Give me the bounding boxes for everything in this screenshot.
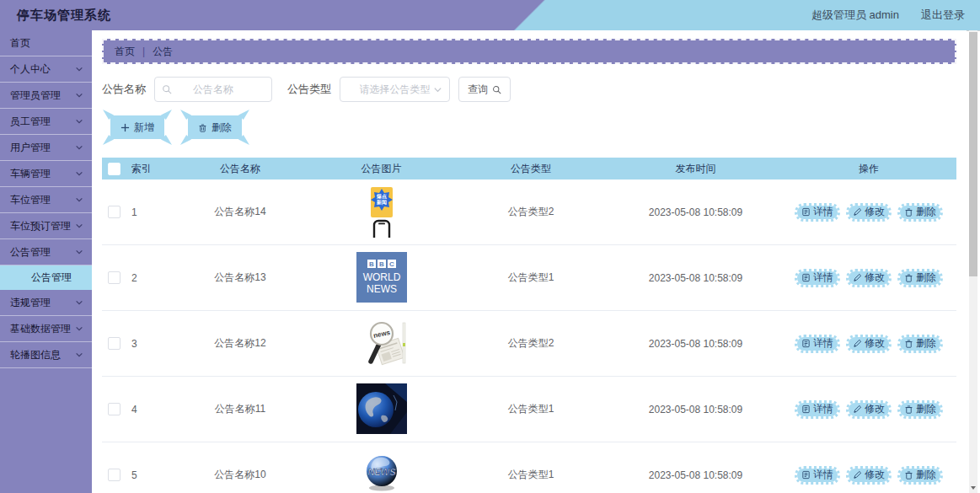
sidebar-item[interactable]: 轮播图信息: [0, 342, 92, 368]
detail-button-label: 详情: [813, 336, 833, 351]
announcement-image: news: [356, 318, 407, 369]
sidebar-item[interactable]: 公告管理: [0, 239, 92, 265]
announcement-image: [356, 383, 407, 435]
svg-text:C: C: [389, 260, 394, 268]
logout-link[interactable]: 退出登录: [921, 8, 965, 23]
row-time: 2023-05-08 10:58:09: [610, 272, 781, 284]
row-name: 公告名称13: [169, 271, 311, 285]
row-checkbox[interactable]: [108, 469, 120, 481]
table-header-cell: 操作: [781, 162, 956, 176]
plus-icon: [120, 123, 130, 132]
edit-button[interactable]: 修改: [846, 269, 892, 287]
row-delete-button[interactable]: 删除: [897, 400, 943, 419]
name-filter-label: 公告名称: [102, 82, 146, 97]
detail-button[interactable]: 详情: [795, 466, 840, 485]
row-checkbox[interactable]: [108, 337, 120, 350]
add-button[interactable]: 新增: [110, 115, 164, 139]
row-delete-button-label: 删除: [916, 336, 936, 351]
detail-button-label: 详情: [813, 402, 833, 416]
row-checkbox[interactable]: [108, 206, 120, 218]
document-icon: [801, 470, 811, 480]
current-user-label: 超级管理员 admin: [811, 8, 899, 23]
type-filter-label: 公告类型: [287, 82, 331, 97]
breadcrumb-current: 公告: [153, 45, 173, 59]
add-button-label: 新增: [134, 121, 154, 135]
wing-decoration: [103, 110, 114, 120]
detail-button[interactable]: 详情: [795, 203, 840, 222]
wing-decoration: [161, 110, 172, 120]
row-time: 2023-05-08 10:58:09: [610, 469, 781, 481]
edit-button[interactable]: 修改: [846, 466, 892, 485]
type-filter-select[interactable]: 请选择公告类型: [340, 77, 450, 102]
row-delete-button[interactable]: 删除: [897, 269, 943, 287]
sidebar-item[interactable]: 个人中心: [0, 56, 92, 83]
sidebar-item[interactable]: 基础数据管理: [0, 316, 92, 342]
detail-button-label: 详情: [813, 271, 833, 285]
chevron-down-icon: [433, 85, 442, 94]
sidebar-item[interactable]: 车辆管理: [0, 161, 92, 187]
sidebar-item[interactable]: 员工管理: [0, 109, 92, 135]
edit-button[interactable]: 修改: [846, 203, 892, 222]
row-index: 1: [126, 206, 169, 218]
breadcrumb: 首页 | 公告: [102, 39, 956, 64]
edit-button-label: 修改: [865, 205, 885, 219]
sidebar-item-label: 轮播图信息: [10, 348, 61, 362]
edit-button[interactable]: 修改: [846, 335, 892, 353]
vertical-scrollbar: [969, 30, 977, 493]
detail-button-label: 详情: [813, 468, 833, 482]
row-name: 公告名称10: [169, 468, 311, 482]
sidebar-item[interactable]: 首页: [0, 30, 92, 56]
announcement-image: NEWS: [356, 449, 407, 493]
scrollbar-thumb[interactable]: [969, 32, 977, 276]
chevron-down-icon: [75, 91, 83, 99]
sidebar-item[interactable]: 车位管理: [0, 187, 92, 213]
row-actions: 详情 修改 删除: [781, 203, 956, 222]
chevron-down-icon: [75, 222, 83, 230]
wing-decoration: [238, 110, 249, 120]
chevron-down-icon: [75, 324, 83, 333]
row-index: 5: [126, 469, 169, 481]
announcement-table: 索引公告名称公告图片公告类型发布时间操作 1 公告名称14 爆点新闻 公告类型2…: [102, 158, 956, 493]
sidebar-item[interactable]: 管理员管理: [0, 83, 92, 109]
main-content: 首页 | 公告 公告名称 公告类型 请选择公告类型 查询: [92, 30, 967, 493]
sidebar-subitem[interactable]: 公告管理: [0, 265, 92, 290]
row-checkbox[interactable]: [108, 403, 120, 415]
row-type: 公告类型2: [452, 205, 610, 219]
announcement-image: BBCWORLDNEWS: [356, 252, 407, 303]
detail-button[interactable]: 详情: [795, 400, 840, 419]
sidebar-item[interactable]: 违规管理: [0, 290, 92, 316]
wing-decoration: [161, 135, 172, 145]
table-header-cell: 公告名称: [169, 162, 311, 176]
scrollbar-down-arrow[interactable]: [969, 482, 977, 493]
detail-button[interactable]: 详情: [795, 335, 840, 353]
row-delete-button[interactable]: 删除: [897, 203, 943, 222]
sidebar-item-label: 基础数据管理: [10, 322, 71, 336]
delete-button[interactable]: 删除: [188, 115, 242, 139]
row-checkbox[interactable]: [108, 271, 120, 284]
table-header-cell: 公告类型: [452, 162, 610, 176]
row-delete-button[interactable]: 删除: [897, 466, 943, 485]
row-delete-button[interactable]: 删除: [897, 335, 943, 353]
query-button-label: 查询: [468, 83, 488, 97]
chevron-down-icon: [75, 169, 83, 178]
breadcrumb-home[interactable]: 首页: [115, 45, 135, 59]
sidebar-item-label: 车位预订管理: [10, 219, 71, 233]
sidebar-item-label: 管理员管理: [10, 88, 61, 103]
chevron-down-icon: [75, 196, 83, 204]
sidebar-item-label: 违规管理: [10, 296, 51, 310]
detail-button[interactable]: 详情: [795, 269, 840, 287]
table-row: 4 公告名称11 公告类型1 2023-05-08 10:58:09 详情 修改…: [102, 377, 956, 442]
breadcrumb-separator: |: [142, 46, 145, 57]
svg-text:WORLD: WORLD: [362, 271, 400, 283]
row-time: 2023-05-08 10:58:09: [610, 404, 781, 415]
select-all-checkbox[interactable]: [108, 163, 120, 175]
chevron-down-icon: [75, 117, 83, 126]
svg-text:新闻: 新闻: [376, 199, 387, 206]
name-filter-input[interactable]: [155, 83, 271, 96]
query-button[interactable]: 查询: [458, 77, 511, 102]
sidebar-item[interactable]: 用户管理: [0, 135, 92, 161]
sidebar-item[interactable]: 车位预订管理: [0, 213, 92, 239]
sidebar-item-label: 个人中心: [10, 62, 51, 77]
edit-button[interactable]: 修改: [846, 400, 892, 419]
wing-decoration: [180, 110, 191, 120]
